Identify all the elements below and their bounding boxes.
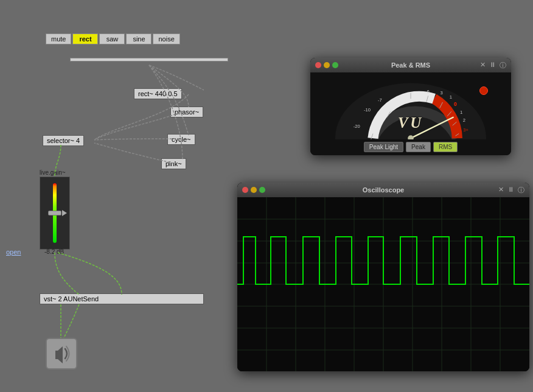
vu-title: Peak & RMS: [391, 61, 430, 69]
svg-text:-20: -20: [354, 124, 360, 129]
patch-area: mute rect saw sine noise rect~ 440 0.5 p…: [0, 0, 243, 392]
vu-peak-dot: [479, 86, 488, 95]
osc-info-icon[interactable]: ⓘ: [518, 186, 524, 195]
osc-pause-icon[interactable]: ⏸: [507, 186, 514, 195]
cycle-object[interactable]: cycle~: [167, 134, 195, 145]
svg-text:2: 2: [463, 117, 465, 123]
rect-osc-object[interactable]: rect~ 440 0.5: [134, 88, 182, 99]
vu-window-controls: ✕ ⏸ ⓘ: [480, 61, 506, 70]
live-gain-label: live.gain~: [40, 169, 66, 176]
phasor-object[interactable]: phasor~: [170, 107, 203, 117]
svg-text:3: 3: [440, 90, 442, 96]
db-value: -8.2 dB: [44, 248, 64, 255]
open-label[interactable]: open: [6, 248, 21, 256]
vu-close-icon[interactable]: ✕: [480, 61, 486, 70]
osc-minimize-dot[interactable]: [251, 187, 257, 193]
vu-meter-window: Peak & RMS ✕ ⏸ ⓘ: [310, 58, 511, 155]
svg-text:VU: VU: [398, 114, 423, 131]
noise-button[interactable]: noise: [153, 33, 179, 44]
vst-object[interactable]: vst~ 2 AUNetSend: [40, 293, 204, 304]
live-gain-slider[interactable]: [40, 177, 70, 250]
close-dot[interactable]: [315, 62, 321, 68]
osc-title: Oscilloscope: [363, 186, 404, 194]
osc-body: [237, 197, 529, 371]
rect-button[interactable]: rect: [72, 33, 98, 44]
osc-display: [237, 197, 529, 371]
rms-button[interactable]: RMS: [433, 142, 458, 152]
peak-light-button[interactable]: Peak Light: [364, 142, 403, 152]
svg-text:-10: -10: [364, 107, 371, 113]
speaker-icon[interactable]: [46, 338, 77, 369]
gain-arrow: [62, 210, 67, 216]
vu-display: -20 -10 -7 6 3 1 0 1 2 3+: [322, 75, 499, 139]
zoom-dot[interactable]: [332, 62, 338, 68]
saw-button[interactable]: saw: [99, 33, 125, 44]
sine-button[interactable]: sine: [126, 33, 152, 44]
svg-text:1: 1: [450, 94, 452, 100]
selector-object[interactable]: selector~ 4: [43, 135, 84, 146]
svg-text:6: 6: [427, 89, 430, 94]
vu-titlebar: Peak & RMS ✕ ⏸ ⓘ: [310, 58, 511, 72]
vu-pause-icon[interactable]: ⏸: [489, 61, 496, 70]
svg-text:-7: -7: [378, 97, 382, 103]
vu-buttons: Peak Light Peak RMS: [359, 141, 462, 153]
osc-titlebar: Oscilloscope ✕ ⏸ ⓘ: [237, 183, 529, 197]
window-dots: [315, 62, 338, 68]
svg-text:1: 1: [460, 110, 462, 115]
vu-body: -20 -10 -7 6 3 1 0 1 2 3+: [310, 72, 511, 155]
message-box[interactable]: [70, 58, 228, 61]
svg-text:0: 0: [454, 101, 457, 107]
pink-object[interactable]: pink~: [161, 158, 186, 169]
osc-close-icon[interactable]: ✕: [498, 186, 504, 195]
osc-close-dot[interactable]: [242, 187, 248, 193]
mute-button[interactable]: mute: [46, 33, 71, 44]
gain-thumb[interactable]: [48, 211, 61, 215]
vu-gauge: -20 -10 -7 6 3 1 0 1 2 3+: [322, 75, 499, 139]
osc-zoom-dot[interactable]: [259, 187, 265, 193]
vu-info-icon[interactable]: ⓘ: [500, 61, 506, 70]
peak-button[interactable]: Peak: [406, 142, 431, 152]
svg-text:3+: 3+: [463, 127, 469, 133]
speaker-svg: [52, 344, 71, 363]
osc-window-controls: ✕ ⏸ ⓘ: [498, 186, 524, 195]
osc-window-dots: [242, 187, 265, 193]
toolbar: mute rect saw sine noise: [46, 33, 180, 44]
minimize-dot[interactable]: [324, 62, 330, 68]
oscilloscope-window: Oscilloscope ✕ ⏸ ⓘ: [237, 183, 529, 371]
